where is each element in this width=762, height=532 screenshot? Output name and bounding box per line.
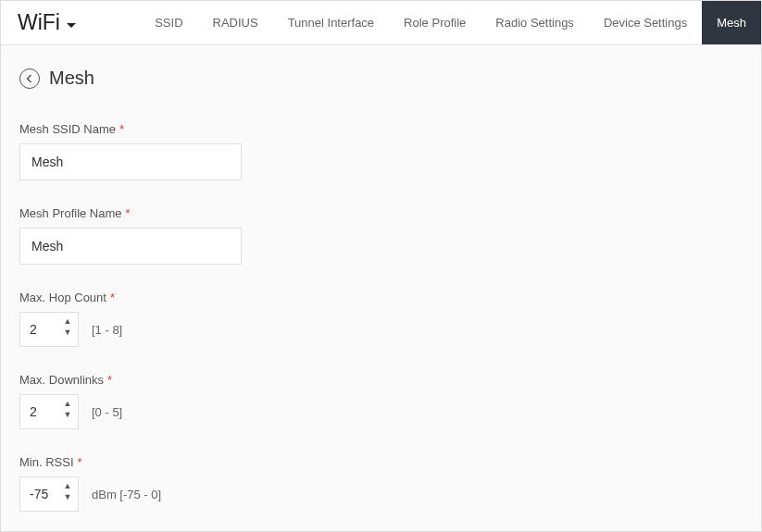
page-title: Mesh bbox=[49, 68, 94, 89]
tab-radio-settings[interactable]: Radio Settings bbox=[481, 1, 589, 44]
input-mesh-ssid-name[interactable] bbox=[19, 143, 242, 180]
stepper-arrows: ▲ ▼ bbox=[63, 481, 72, 501]
tab-ssid[interactable]: SSID bbox=[140, 1, 197, 44]
required-marker: * bbox=[78, 455, 82, 469]
tab-mesh[interactable]: Mesh bbox=[702, 1, 761, 44]
field-mesh-profile-name: Mesh Profile Name* bbox=[19, 206, 743, 265]
required-marker: * bbox=[119, 122, 124, 136]
chevron-up-icon[interactable]: ▲ bbox=[63, 399, 72, 408]
stepper-arrows: ▲ ▼ bbox=[63, 399, 72, 419]
required-marker: * bbox=[126, 206, 131, 220]
input-mesh-profile-name[interactable] bbox=[19, 228, 242, 265]
stepper-max-downlinks[interactable]: ▲ ▼ bbox=[19, 394, 79, 429]
chevron-up-icon[interactable]: ▲ bbox=[63, 316, 72, 326]
hint-max-downlinks: [0 - 5] bbox=[92, 405, 122, 419]
chevron-down-icon[interactable]: ▼ bbox=[63, 410, 72, 419]
chevron-down-icon[interactable]: ▼ bbox=[63, 328, 72, 337]
tab-device-settings[interactable]: Device Settings bbox=[589, 1, 702, 44]
tab-tunnel-interface[interactable]: Tunnel Interface bbox=[273, 1, 389, 44]
label-min-rssi: Min. RSSI* bbox=[19, 455, 743, 469]
field-mesh-ssid-name: Mesh SSID Name* bbox=[19, 122, 743, 180]
input-max-hop[interactable] bbox=[20, 322, 57, 337]
required-marker: * bbox=[110, 291, 115, 304]
field-max-hop-count: Max. Hop Count* ▲ ▼ [1 - 8] bbox=[19, 291, 743, 347]
hint-min-rssi: dBm [-75 - 0] bbox=[92, 488, 161, 501]
stepper-min-rssi[interactable]: ▲ ▼ bbox=[19, 476, 79, 512]
tab-role-profile[interactable]: Role Profile bbox=[389, 1, 481, 44]
tab-bar: SSID RADIUS Tunnel Interface Role Profil… bbox=[140, 1, 761, 44]
label-max-hop-count: Max. Hop Count* bbox=[19, 291, 743, 304]
stepper-max-hop[interactable]: ▲ ▼ bbox=[19, 312, 79, 347]
page-header: Mesh bbox=[19, 68, 743, 89]
back-icon[interactable] bbox=[19, 68, 40, 89]
chevron-down-icon[interactable]: ▼ bbox=[63, 492, 72, 501]
input-max-downlinks[interactable] bbox=[20, 404, 57, 419]
content-area: Mesh Mesh SSID Name* Mesh Profile Name* … bbox=[1, 45, 761, 532]
topbar: WiFi SSID RADIUS Tunnel Interface Role P… bbox=[1, 1, 761, 45]
label-mesh-profile-name: Mesh Profile Name* bbox=[19, 206, 743, 220]
field-max-downlinks: Max. Downlinks* ▲ ▼ [0 - 5] bbox=[19, 373, 743, 429]
tab-radius[interactable]: RADIUS bbox=[198, 1, 273, 44]
chevron-up-icon[interactable]: ▲ bbox=[63, 481, 72, 490]
brand-dropdown[interactable]: WiFi bbox=[1, 1, 94, 44]
caret-down-icon bbox=[66, 10, 77, 35]
hint-max-hop: [1 - 8] bbox=[92, 323, 122, 337]
field-min-rssi: Min. RSSI* ▲ ▼ dBm [-75 - 0] bbox=[19, 455, 743, 512]
stepper-arrows: ▲ ▼ bbox=[63, 316, 72, 337]
required-marker: * bbox=[107, 373, 112, 387]
brand-title: WiFi bbox=[18, 10, 60, 35]
label-mesh-ssid-name: Mesh SSID Name* bbox=[19, 122, 743, 136]
input-min-rssi[interactable] bbox=[20, 487, 57, 501]
label-max-downlinks: Max. Downlinks* bbox=[19, 373, 743, 387]
